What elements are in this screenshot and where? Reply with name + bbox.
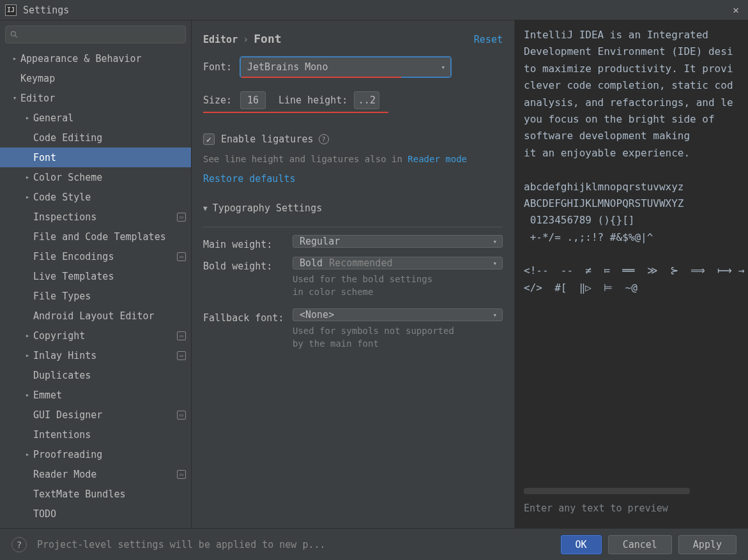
bold-weight-label: Bold weight:	[203, 257, 293, 272]
sidebar-item-label: File and Code Templates	[33, 231, 186, 243]
fallback-note: Used for symbols not supported by the ma…	[293, 325, 503, 350]
sidebar: ▸Appearance & BehaviorKeymap▾Editor▸Gene…	[0, 20, 192, 528]
chevron-down-icon: ▾	[10, 94, 19, 102]
fallback-label: Fallback font:	[203, 308, 293, 324]
footer: ? Project-level settings will be applied…	[0, 528, 748, 560]
font-label: Font:	[203, 61, 240, 73]
chevron-right-icon: ▸	[23, 173, 32, 181]
preview-hint: Enter any text to preview	[515, 501, 748, 528]
bold-weight-value: Bold	[300, 257, 323, 269]
sidebar-item-font[interactable]: Font	[0, 148, 191, 167]
chevron-right-icon: ▸	[23, 331, 32, 340]
sidebar-item-label: Editor	[20, 93, 186, 104]
sidebar-item-editor[interactable]: ▾Editor	[0, 88, 191, 108]
sidebar-item-inlay-hints[interactable]: ▸Inlay Hints▭	[0, 345, 191, 365]
sidebar-item-file-and-code-templates[interactable]: File and Code Templates	[0, 227, 191, 246]
cancel-button[interactable]: Cancel	[608, 535, 672, 554]
content: Editor › Font Reset Font: JetBrains Mono…	[192, 20, 748, 528]
ok-button[interactable]: OK	[561, 535, 602, 554]
sidebar-item-label: Appearance & Behavior	[20, 53, 186, 64]
preview-scrollbar[interactable]	[524, 488, 690, 494]
search-field[interactable]	[22, 29, 181, 40]
sidebar-item-intentions[interactable]: Intentions	[0, 425, 191, 444]
help-icon[interactable]: ?	[11, 537, 27, 552]
svg-line-1	[15, 36, 17, 38]
bold-weight-dropdown[interactable]: Bold Recommended ▾	[293, 257, 503, 269]
apply-button[interactable]: Apply	[678, 535, 737, 554]
chevron-right-icon: ▸	[23, 193, 32, 201]
reset-link[interactable]: Reset	[474, 34, 503, 45]
sidebar-item-live-templates[interactable]: Live Templates	[0, 266, 191, 286]
typography-section-header[interactable]: ▼ Typography Settings	[203, 202, 503, 214]
sidebar-item-color-scheme[interactable]: ▸Color Scheme	[0, 167, 191, 187]
bold-note: Used for the bold settings in color sche…	[293, 273, 503, 298]
font-dropdown[interactable]: JetBrains Mono ▾	[240, 57, 451, 77]
font-value: JetBrains Mono	[247, 61, 328, 73]
sidebar-item-label: Reader Mode	[33, 469, 177, 480]
sidebar-item-label: TextMate Bundles	[33, 488, 186, 500]
chevron-right-icon: ▸	[23, 450, 32, 458]
breadcrumb-current: Font	[254, 32, 281, 45]
help-icon[interactable]: ?	[319, 134, 329, 144]
chevron-right-icon: ▸	[23, 114, 32, 122]
reader-mode-link[interactable]: Reader mode	[408, 154, 467, 164]
sidebar-item-appearance-behavior[interactable]: ▸Appearance & Behavior	[0, 49, 191, 68]
sidebar-item-label: Copyright	[33, 330, 177, 342]
chevron-down-icon: ▼	[203, 204, 208, 213]
fallback-value: <None>	[300, 309, 334, 321]
sidebar-item-inspections[interactable]: Inspections▭	[0, 207, 191, 227]
fallback-dropdown[interactable]: <None> ▾	[293, 308, 503, 321]
sidebar-item-copyright[interactable]: ▸Copyright▭	[0, 326, 191, 345]
app-icon: IJ	[5, 4, 17, 16]
size-label: Size:	[203, 95, 240, 106]
chevron-right-icon: ▸	[23, 391, 32, 399]
fallback-note-2: by the main font	[293, 338, 379, 349]
restore-defaults-link[interactable]: Restore defaults	[203, 173, 503, 185]
sidebar-item-reader-mode[interactable]: Reader Mode▭	[0, 464, 191, 484]
sidebar-item-general[interactable]: ▸General	[0, 108, 191, 128]
window-title: Settings	[23, 4, 69, 16]
sidebar-item-gui-designer[interactable]: GUI Designer▭	[0, 405, 191, 425]
main-weight-value: Regular	[300, 236, 340, 247]
close-icon[interactable]: ✕	[729, 4, 743, 16]
chevron-down-icon: ▾	[492, 311, 497, 319]
breadcrumb-parent[interactable]: Editor	[203, 34, 238, 45]
sidebar-item-android-layout-editor[interactable]: Android Layout Editor	[0, 306, 191, 326]
settings-tree[interactable]: ▸Appearance & BehaviorKeymap▾Editor▸Gene…	[0, 49, 191, 528]
sidebar-item-code-style[interactable]: ▸Code Style	[0, 187, 191, 207]
main: ▸Appearance & BehaviorKeymap▾Editor▸Gene…	[0, 20, 748, 528]
sidebar-item-label: General	[33, 112, 186, 124]
sidebar-item-todo[interactable]: TODO	[0, 504, 191, 524]
sidebar-item-code-editing[interactable]: Code Editing	[0, 128, 191, 148]
sidebar-item-duplicates[interactable]: Duplicates	[0, 365, 191, 385]
sidebar-item-label: Live Templates	[33, 271, 186, 282]
project-badge-icon: ▭	[177, 213, 186, 222]
sidebar-item-proofreading[interactable]: ▸Proofreading	[0, 444, 191, 464]
main-weight-dropdown[interactable]: Regular ▾	[293, 235, 503, 248]
settings-panel: Editor › Font Reset Font: JetBrains Mono…	[192, 20, 514, 528]
project-badge-icon: ▭	[177, 331, 186, 340]
sidebar-item-textmate-bundles[interactable]: TextMate Bundles	[0, 484, 191, 504]
underline-marker	[203, 112, 388, 113]
sidebar-item-emmet[interactable]: ▸Emmet	[0, 385, 191, 405]
chevron-right-icon: ▸	[10, 54, 19, 63]
search-input[interactable]	[5, 26, 186, 43]
ligatures-checkbox[interactable]	[203, 133, 215, 145]
sidebar-item-label: TODO	[33, 508, 186, 520]
size-input[interactable]	[240, 91, 266, 109]
fallback-note-1: Used for symbols not supported	[293, 326, 454, 336]
sidebar-item-keymap[interactable]: Keymap	[0, 68, 191, 88]
ligatures-hint: See line height and ligatures also in Re…	[203, 154, 503, 164]
breadcrumb: Editor › Font Reset	[203, 32, 503, 45]
sidebar-item-label: File Encodings	[33, 251, 177, 262]
chevron-down-icon: ▾	[441, 63, 445, 72]
svg-point-0	[11, 31, 15, 36]
sidebar-item-label: Code Style	[33, 192, 186, 203]
chevron-right-icon: ▸	[23, 351, 32, 359]
preview-text[interactable]: IntelliJ IDEA is an Integrated Developme…	[515, 20, 748, 488]
sidebar-item-file-types[interactable]: File Types	[0, 286, 191, 306]
footer-note: Project-level settings will be applied t…	[37, 539, 326, 550]
sidebar-item-label: Android Layout Editor	[33, 310, 186, 322]
lineheight-input[interactable]	[354, 91, 379, 109]
sidebar-item-file-encodings[interactable]: File Encodings▭	[0, 246, 191, 266]
